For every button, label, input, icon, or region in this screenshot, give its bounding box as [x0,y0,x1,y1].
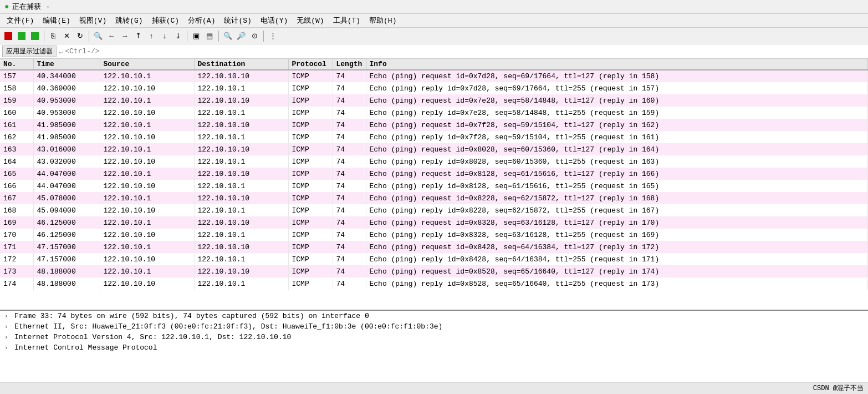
table-row[interactable]: 16644.047000122.10.10.10122.10.10.1ICMP7… [0,180,868,192]
packet-table-container[interactable]: No. Time Source Destination Protocol Len… [0,59,868,310]
find-button[interactable]: 🔍 [92,30,104,42]
table-row[interactable]: 16845.094000122.10.10.10122.10.10.1ICMP7… [0,204,868,216]
menu-item-捕获(C)[interactable]: 捕获(C) [147,15,183,26]
table-row[interactable]: 16040.953000122.10.10.10122.10.10.1ICMP7… [0,107,868,119]
header-info[interactable]: Info [366,59,868,70]
header-length[interactable]: Length [333,59,366,70]
table-row[interactable]: 16443.032000122.10.10.10122.10.10.1ICMP7… [0,155,868,168]
filter-bar[interactable]: 应用显示过滤器 … [0,44,868,59]
forward-button[interactable]: → [119,30,131,42]
cell-len: 74 [333,168,366,180]
cell-src: 122.10.10.1 [100,119,194,131]
header-no[interactable]: No. [0,59,33,70]
restart-button[interactable] [29,30,41,42]
table-row[interactable]: 16544.047000122.10.10.1122.10.10.10ICMP7… [0,168,868,180]
filter1-button[interactable]: ▣ [190,30,202,42]
zoom-out-button[interactable]: 🔎 [235,30,247,42]
cell-len: 74 [333,216,366,229]
title-text: 正在捕获 - [12,2,50,12]
header-source[interactable]: Source [100,59,194,70]
filter-input[interactable] [65,47,866,55]
zoom-reset-button[interactable]: ⊙ [248,30,261,42]
back-button[interactable]: ← [105,30,118,42]
table-row[interactable]: 16946.125000122.10.10.1122.10.10.10ICMP7… [0,216,868,229]
table-row[interactable]: 17247.157000122.10.10.10122.10.10.1ICMP7… [0,253,868,265]
cell-no: 173 [0,265,33,277]
cell-proto: ICMP [288,204,333,216]
table-row[interactable]: 16141.985000122.10.10.1122.10.10.10ICMP7… [0,119,868,131]
sep1-separator [44,31,44,42]
menu-item-无线(W)[interactable]: 无线(W) [292,15,328,26]
cell-info: Echo (ping) reply id=0x8228, seq=62/1587… [366,204,868,216]
table-row[interactable]: 17348.188000122.10.10.1122.10.10.10ICMP7… [0,265,868,277]
filter2-button[interactable]: ▤ [203,30,216,42]
cell-dst: 122.10.10.10 [194,94,288,107]
cell-time: 40.344000 [33,70,100,82]
cell-info: Echo (ping) reply id=0x8328, seq=63/1612… [366,229,868,241]
menu-item-文件(F)[interactable]: 文件(F) [2,15,38,26]
table-row[interactable]: 17046.125000122.10.10.10122.10.10.1ICMP7… [0,229,868,241]
up-button[interactable]: ↑ [145,30,157,42]
cell-info: Echo (ping) request id=0x7d28, seq=69/17… [366,70,868,82]
detail-text-2: Internet Protocol Version 4, Src: 122.10… [14,333,291,341]
down-button[interactable]: ↓ [159,30,171,42]
table-row[interactable]: 17147.157000122.10.10.1122.10.10.10ICMP7… [0,241,868,253]
cell-len: 74 [333,204,366,216]
cell-src: 122.10.10.1 [100,216,194,229]
cell-len: 74 [333,70,366,82]
detail-row-0[interactable]: ›Frame 33: 74 bytes on wire (592 bits), … [0,311,868,321]
columns-button[interactable]: ⋮ [267,30,279,42]
detail-text-3: Internet Control Message Protocol [14,344,157,352]
table-row[interactable]: 16745.078000122.10.10.1122.10.10.10ICMP7… [0,192,868,204]
cell-src: 122.10.10.10 [100,82,194,94]
cell-no: 164 [0,155,33,168]
menu-item-统计(S)[interactable]: 统计(S) [219,15,256,26]
cell-dst: 122.10.10.10 [194,265,288,277]
detail-row-3[interactable]: ›Internet Control Message Protocol [0,342,868,353]
menu-item-编辑(E)[interactable]: 编辑(E) [38,15,74,26]
menu-item-视图(V)[interactable]: 视图(V) [75,15,111,26]
cell-info: Echo (ping) reply id=0x8428, seq=64/1638… [366,253,868,265]
menu-item-工具(T)[interactable]: 工具(T) [329,15,365,26]
menu-item-电话(Y)[interactable]: 电话(Y) [256,15,292,26]
cell-no: 163 [0,143,33,155]
start-button[interactable] [16,30,28,42]
delete-button[interactable]: ✕ [60,30,73,42]
header-protocol[interactable]: Protocol [288,59,333,70]
table-row[interactable]: 15940.953000122.10.10.1122.10.10.10ICMP7… [0,94,868,107]
cell-info: Echo (ping) request id=0x8528, seq=65/16… [366,265,868,277]
bottom-button[interactable]: ⤓ [172,30,184,42]
header-time[interactable]: Time [33,59,100,70]
status-bar: CSDN @混子不当 [0,382,868,394]
cell-dst: 122.10.10.1 [194,253,288,265]
cell-no: 161 [0,119,33,131]
header-destination[interactable]: Destination [194,59,288,70]
detail-row-2[interactable]: ›Internet Protocol Version 4, Src: 122.1… [0,332,868,342]
cell-len: 74 [333,277,366,290]
detail-arrow-2: › [4,334,11,341]
cell-time: 41.985000 [33,131,100,143]
table-row[interactable]: 17448.188000122.10.10.10122.10.10.1ICMP7… [0,277,868,290]
table-row[interactable]: 16241.985000122.10.10.10122.10.10.1ICMP7… [0,131,868,143]
menu-item-帮助(H)[interactable]: 帮助(H) [365,15,401,26]
menu-item-跳转(G)[interactable]: 跳转(G) [111,15,147,26]
table-row[interactable]: 15840.360000122.10.10.10122.10.10.1ICMP7… [0,82,868,94]
zoom-in-button[interactable]: 🔍 [222,30,234,42]
cell-info: Echo (ping) request id=0x8428, seq=64/16… [366,241,868,253]
table-row[interactable]: 16343.016000122.10.10.1122.10.10.10ICMP7… [0,143,868,155]
cell-info: Echo (ping) reply id=0x7f28, seq=59/1510… [366,131,868,143]
cell-len: 74 [333,82,366,94]
reload-button[interactable]: ↻ [74,30,86,42]
stop-button[interactable] [2,30,14,42]
cell-time: 47.157000 [33,253,100,265]
cell-time: 43.016000 [33,143,100,155]
detail-row-1[interactable]: ›Ethernet II, Src: HuaweiTe_21:0f:f3 (00… [0,321,868,332]
copy-button[interactable]: ⎘ [47,30,59,42]
cell-proto: ICMP [288,253,333,265]
menu-item-分析(A)[interactable]: 分析(A) [183,15,219,26]
cell-proto: ICMP [288,216,333,229]
top-button[interactable]: ⤒ [132,30,144,42]
cell-dst: 122.10.10.10 [194,70,288,82]
table-row[interactable]: 15740.344000122.10.10.1122.10.10.10ICMP7… [0,70,868,82]
cell-proto: ICMP [288,82,333,94]
